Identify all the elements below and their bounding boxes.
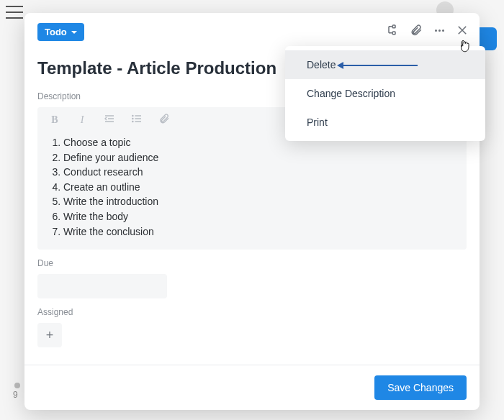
italic-icon[interactable]: I — [75, 114, 89, 126]
description-item[interactable]: Create an outline — [63, 181, 454, 195]
save-button[interactable]: Save Changes — [374, 375, 467, 400]
backdrop-count: 9 — [13, 390, 18, 400]
status-label: Todo — [45, 27, 67, 37]
status-dropdown[interactable]: Todo — [37, 23, 84, 41]
description-item[interactable]: Conduct research — [63, 165, 454, 180]
menu-item-print[interactable]: Print — [285, 108, 485, 137]
bold-icon[interactable]: B — [48, 114, 62, 126]
svg-rect-0 — [392, 25, 395, 28]
chevron-down-icon — [71, 31, 77, 34]
close-icon[interactable] — [455, 23, 469, 37]
description-item[interactable]: Write the body — [63, 210, 454, 224]
backdrop-dot — [14, 383, 20, 388]
hamburger-icon[interactable] — [6, 6, 23, 19]
due-label: Due — [24, 250, 480, 271]
svg-point-4 — [132, 121, 133, 122]
svg-point-2 — [132, 115, 133, 116]
attach-icon[interactable] — [157, 113, 171, 127]
attachment-icon[interactable] — [409, 23, 423, 37]
description-item[interactable]: Write the conclusion — [63, 225, 454, 239]
due-input[interactable] — [37, 274, 167, 298]
modal-footer: Save Changes — [24, 365, 480, 410]
annotation-arrow — [343, 65, 418, 66]
more-icon[interactable] — [432, 23, 446, 37]
add-assignee-button[interactable]: + — [37, 323, 62, 347]
header-icons — [386, 23, 469, 37]
description-item[interactable]: Define your audience — [63, 151, 454, 165]
modal-header: Todo — [24, 13, 480, 41]
description-list[interactable]: Choose a topicDefine your audienceConduc… — [37, 133, 467, 239]
subtask-icon[interactable] — [386, 23, 400, 37]
assigned-label: Assigned — [24, 298, 480, 320]
context-menu: DeleteChange DescriptionPrint — [285, 46, 485, 141]
svg-rect-1 — [392, 32, 395, 35]
menu-item-change-description[interactable]: Change Description — [285, 79, 485, 108]
outdent-icon[interactable] — [102, 113, 117, 127]
description-item[interactable]: Write the introduction — [63, 195, 454, 209]
menu-item-delete[interactable]: Delete — [285, 50, 485, 79]
list-icon[interactable] — [130, 113, 144, 127]
svg-point-3 — [132, 118, 133, 119]
